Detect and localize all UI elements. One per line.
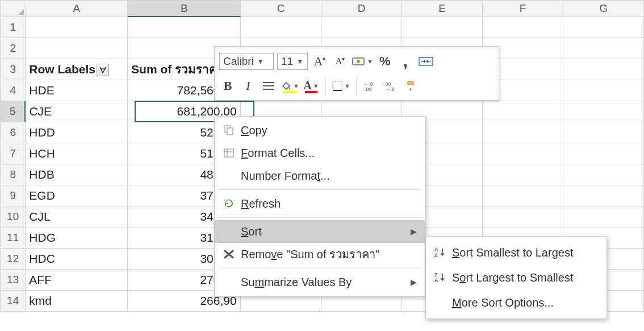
accounting-format-button[interactable]: ▼ [352, 52, 373, 71]
cell-A2[interactable] [26, 38, 128, 59]
menu-item-summarize[interactable]: Summarize Values By▶ [215, 271, 425, 293]
borders-button[interactable]: ▼ [332, 77, 350, 95]
svg-point-1 [357, 60, 360, 63]
menu-item-copy[interactable]: Copy [215, 119, 425, 142]
column-header-D[interactable]: D [321, 0, 402, 17]
cell-F8[interactable] [483, 164, 563, 185]
column-header-E[interactable]: E [402, 0, 483, 17]
svg-rect-10 [224, 149, 233, 157]
row-header-3[interactable]: 3 [0, 59, 26, 80]
menu-item-format-cells[interactable]: Format Cells... [215, 142, 425, 164]
cell-F6[interactable] [483, 122, 563, 143]
row-header-4[interactable]: 4 [0, 80, 26, 101]
row-header-1[interactable]: 1 [0, 17, 26, 38]
cell-A4[interactable]: HDE [26, 80, 128, 101]
mini-toolbar: Calibri ▼ 11 ▼ A▴ A▾ ▼ % , B I [214, 46, 499, 101]
cell-G9[interactable] [563, 185, 644, 206]
refresh-icon [220, 198, 237, 209]
svg-text:Z: Z [434, 253, 438, 258]
comma-style-button[interactable]: , [397, 52, 414, 71]
select-all-corner[interactable] [0, 0, 26, 17]
cell-F10[interactable] [483, 206, 563, 227]
cell-A8[interactable]: HDB [26, 164, 128, 185]
svg-rect-3 [333, 81, 342, 90]
column-header-F[interactable]: F [483, 0, 563, 17]
cell-F9[interactable] [483, 185, 563, 206]
column-header-B[interactable]: B [128, 0, 241, 17]
submenu-arrow-icon: ▶ [411, 278, 417, 287]
font-color-button[interactable]: A ▼ [303, 77, 320, 95]
row-header-8[interactable]: 8 [0, 164, 26, 185]
cell-G3[interactable] [563, 59, 644, 80]
cell-A3[interactable]: Row Labels [26, 59, 128, 80]
pivot-filter-button[interactable] [97, 64, 109, 76]
cell-A7[interactable]: HCH [26, 143, 128, 164]
cell-F5[interactable] [483, 101, 563, 122]
submenu-item-sort-desc[interactable]: ZASort Largest to Smallest [426, 265, 607, 290]
cell-G5[interactable] [563, 101, 644, 122]
svg-rect-11 [225, 199, 231, 203]
fill-color-button[interactable]: ▼ [281, 77, 299, 95]
column-header-A[interactable]: A [26, 0, 128, 17]
cell-A1[interactable] [26, 17, 128, 38]
menu-item-label: Format Cells... [237, 147, 417, 160]
menu-item-sort[interactable]: Sort▶ [215, 220, 425, 243]
increase-font-button[interactable]: A▴ [311, 52, 328, 71]
menu-item-label: Sort [237, 225, 411, 238]
menu-item-refresh[interactable]: Refresh [215, 192, 425, 215]
align-button[interactable] [260, 77, 277, 95]
bold-button[interactable]: B [219, 77, 236, 95]
italic-button[interactable]: I [240, 77, 257, 95]
cell-E1[interactable] [402, 17, 483, 38]
increase-decimal-button[interactable]: ←.0.00 [362, 77, 379, 95]
row-header-7[interactable]: 7 [0, 143, 26, 164]
cell-G8[interactable] [563, 164, 644, 185]
font-name-combo[interactable]: Calibri ▼ [219, 53, 274, 70]
svg-text:→.0: →.0 [385, 86, 395, 92]
row-header-5[interactable]: 5 [0, 101, 26, 122]
column-header-G[interactable]: G [563, 0, 644, 17]
cell-G10[interactable] [563, 206, 644, 227]
cell-G7[interactable] [563, 143, 644, 164]
cell-C1[interactable] [241, 17, 321, 38]
cell-A13[interactable]: AFF [26, 270, 128, 291]
cell-G2[interactable] [563, 38, 644, 59]
decrease-font-button[interactable]: A▾ [332, 52, 349, 71]
row-header-9[interactable]: 9 [0, 185, 26, 206]
cell-G1[interactable] [563, 17, 644, 38]
decrease-decimal-button[interactable]: .00→.0 [383, 77, 400, 95]
svg-rect-2 [419, 57, 433, 65]
merge-center-button[interactable] [417, 52, 434, 71]
cell-A14[interactable]: kmd [26, 291, 128, 312]
cell-F1[interactable] [483, 17, 563, 38]
cell-F7[interactable] [483, 143, 563, 164]
percent-style-button[interactable]: % [377, 52, 394, 71]
row-header-13[interactable]: 13 [0, 270, 26, 291]
cell-D1[interactable] [321, 17, 402, 38]
row-header-2[interactable]: 2 [0, 38, 26, 59]
row-header-10[interactable]: 10 [0, 206, 26, 227]
menu-item-label: Remove "Sum of รวมราคา" [237, 245, 417, 263]
cell-B1[interactable] [128, 17, 241, 38]
svg-text:Z: Z [434, 272, 438, 278]
format-cells-icon [220, 147, 237, 159]
menu-item-number-format[interactable]: Number Format... [215, 164, 425, 187]
column-header-C[interactable]: C [241, 0, 321, 17]
cell-A5[interactable]: CJE [26, 101, 128, 122]
cell-A12[interactable]: HDC [26, 249, 128, 270]
cell-G4[interactable] [563, 80, 644, 101]
font-size-combo[interactable]: 11 ▼ [277, 53, 308, 70]
format-painter-button[interactable] [403, 77, 420, 95]
cell-A6[interactable]: HDD [26, 122, 128, 143]
row-header-6[interactable]: 6 [0, 122, 26, 143]
row-header-14[interactable]: 14 [0, 291, 26, 312]
cell-A9[interactable]: EGD [26, 185, 128, 206]
menu-item-remove[interactable]: Remove "Sum of รวมราคา" [215, 243, 425, 266]
cell-A11[interactable]: HDG [26, 227, 128, 249]
submenu-item-sort-asc[interactable]: AZSort Smallest to Largest [426, 240, 607, 265]
cell-A10[interactable]: CJL [26, 206, 128, 227]
row-header-12[interactable]: 12 [0, 249, 26, 270]
row-header-11[interactable]: 11 [0, 227, 26, 249]
cell-G6[interactable] [563, 122, 644, 143]
submenu-item-more-sort[interactable]: More Sort Options... [426, 290, 607, 315]
